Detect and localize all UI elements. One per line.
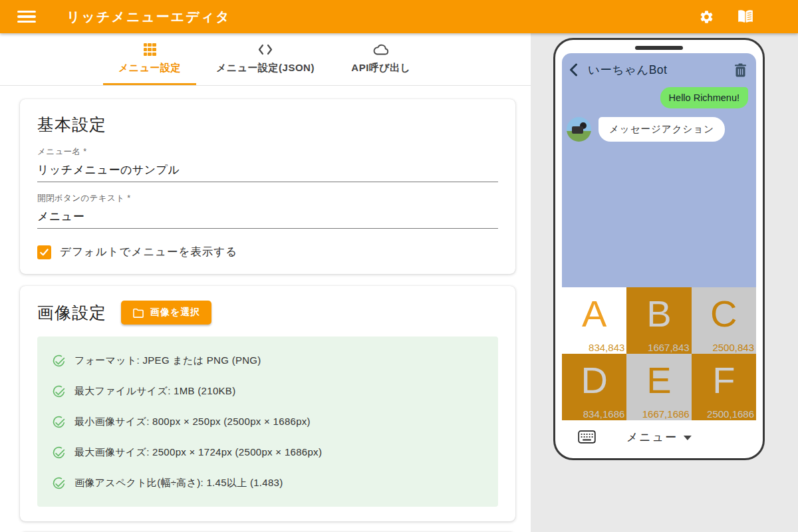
chat-bar-text-input[interactable]: メニュー (37, 204, 498, 229)
image-requirements-panel: フォーマット: JPEG または PNG (PNG) 最大ファイルサイズ: 1M… (37, 336, 498, 507)
tab-label: メニュー設定(JSON) (216, 62, 315, 74)
requirement-text: 最小画像サイズ: 800px × 250px (2500px × 1686px) (74, 416, 311, 428)
back-chevron-icon[interactable] (569, 63, 579, 76)
cell-letter: E (646, 362, 671, 399)
check-circle-icon (52, 446, 66, 460)
docs-book-icon[interactable] (737, 9, 754, 25)
menu-name-input[interactable]: リッチメニューのサンプル (37, 158, 498, 182)
cell-letter: B (646, 295, 671, 332)
requirement-item: 最大画像サイズ: 2500px × 1724px (2500px × 1686p… (44, 437, 491, 467)
basic-settings-heading: 基本設定 (37, 114, 498, 136)
rich-menu-preview: A 834,843 B 1667,843 C 2500,843 D 834,16… (562, 287, 756, 420)
cell-coords: 2500,1686 (707, 408, 754, 420)
preview-panel: いーちゃんBot Hello Richmenu! メッセージアクション A 83… (531, 33, 798, 532)
rich-menu-cell-d[interactable]: D 834,1686 (562, 354, 626, 420)
chat-title: いーちゃんBot (588, 62, 667, 78)
rich-menu-cell-f[interactable]: F 2500,1686 (692, 354, 756, 420)
requirement-text: 画像アスペクト比(幅÷高さ): 1.45以上 (1.483) (74, 477, 283, 489)
keyboard-icon[interactable] (578, 430, 596, 444)
image-settings-card: 画像設定 画像を選択 フォーマット: JPEG または PNG (PNG) 最大… (20, 286, 515, 521)
rich-menu-cell-e[interactable]: E 1667,1686 (626, 354, 691, 420)
chevron-down-icon (684, 436, 692, 440)
checkbox-checked-icon[interactable] (37, 245, 51, 259)
check-circle-icon (52, 384, 66, 398)
default-display-checkbox-row[interactable]: デフォルトでメニューを表示する (37, 245, 498, 259)
cell-letter: F (712, 362, 735, 399)
bot-avatar (567, 117, 591, 142)
phone-speaker-notch (635, 46, 683, 50)
hamburger-menu-icon[interactable] (17, 11, 36, 23)
tab-label: API呼び出し (351, 62, 410, 74)
requirement-item: 最大ファイルサイズ: 1MB (210KB) (44, 376, 491, 406)
grid-icon (144, 43, 156, 56)
cell-letter: A (582, 295, 606, 332)
cell-letter: D (581, 362, 607, 399)
basic-settings-card: 基本設定 メニュー名 * リッチメニューのサンプル 開閉ボタンのテキスト * メ… (20, 99, 515, 274)
chat-bar-text-field: 開閉ボタンのテキスト * メニュー (37, 193, 498, 229)
cell-coords: 1667,843 (648, 342, 690, 353)
tab-menu-settings-json[interactable]: メニュー設定(JSON) (203, 37, 328, 85)
received-message-bubble: メッセージアクション (598, 117, 725, 142)
code-icon (257, 43, 273, 56)
phone-mockup: いーちゃんBot Hello Richmenu! メッセージアクション A 83… (553, 38, 765, 460)
check-circle-icon (52, 415, 66, 429)
chat-preview: いーちゃんBot Hello Richmenu! メッセージアクション (562, 53, 756, 287)
checkbox-label: デフォルトでメニューを表示する (60, 245, 237, 259)
chat-input-bar: メニュー (562, 420, 756, 454)
cloud-icon (372, 43, 390, 56)
folder-icon (132, 308, 144, 318)
image-settings-heading: 画像設定 (37, 302, 106, 324)
rich-menu-cell-b[interactable]: B 1667,843 (626, 287, 691, 354)
menu-name-label: メニュー名 * (37, 146, 498, 158)
rich-menu-cell-a[interactable]: A 834,843 (562, 287, 626, 354)
settings-gear-icon[interactable] (699, 9, 714, 25)
requirement-item: 画像アスペクト比(幅÷高さ): 1.45以上 (1.483) (44, 467, 491, 498)
requirement-text: 最大ファイルサイズ: 1MB (210KB) (74, 385, 235, 398)
select-image-button[interactable]: 画像を選択 (121, 301, 211, 325)
tab-menu-settings[interactable]: メニュー設定 (103, 37, 196, 85)
cell-coords: 834,1686 (583, 408, 625, 420)
check-circle-icon (52, 476, 66, 490)
cell-coords: 834,843 (589, 342, 624, 353)
chat-header: いーちゃんBot (562, 53, 756, 82)
select-image-button-label: 画像を選択 (150, 307, 200, 319)
menu-name-field: メニュー名 * リッチメニューのサンプル (37, 146, 498, 182)
check-circle-icon (52, 354, 66, 368)
cell-coords: 2500,843 (712, 342, 754, 353)
trash-icon[interactable] (734, 63, 747, 77)
requirement-text: 最大画像サイズ: 2500px × 1724px (2500px × 1686p… (74, 446, 322, 459)
requirement-item: 最小画像サイズ: 800px × 250px (2500px × 1686px) (44, 406, 491, 437)
menu-toggle-label: メニュー (626, 430, 678, 445)
sent-message-bubble: Hello Richmenu! (660, 87, 748, 108)
rich-menu-cell-c[interactable]: C 2500,843 (692, 287, 756, 354)
app-title: リッチメニューエディタ (66, 8, 231, 26)
appbar-actions (699, 9, 785, 25)
tab-bar: メニュー設定 メニュー設定(JSON) API呼び出し (0, 33, 531, 86)
app-bar: リッチメニューエディタ (0, 0, 798, 33)
cell-coords: 1667,1686 (642, 408, 690, 420)
editor-panel: メニュー設定 メニュー設定(JSON) API呼び出し 基本設定 メニュー名 *… (0, 33, 531, 532)
requirement-text: フォーマット: JPEG または PNG (PNG) (74, 354, 261, 367)
tab-api-call[interactable]: API呼び出し (334, 37, 428, 85)
chat-bar-text-label: 開閉ボタンのテキスト * (37, 193, 498, 204)
menu-toggle-button[interactable]: メニュー (626, 430, 692, 445)
cell-letter: C (710, 295, 737, 332)
requirement-item: フォーマット: JPEG または PNG (PNG) (44, 345, 491, 376)
tab-label: メニュー設定 (118, 62, 181, 74)
